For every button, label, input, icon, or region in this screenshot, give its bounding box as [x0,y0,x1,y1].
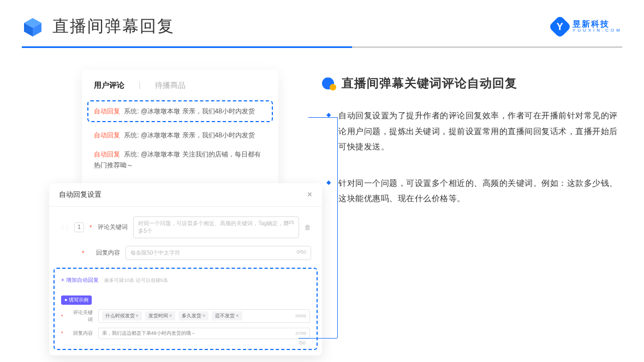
auto-reply-label: 自动回复 [94,131,120,139]
reply-item: 自动回复 系统: @冰墩墩本墩 关注我们的店铺，每日都有热门推荐呦～ [94,149,266,171]
bullet-item: 自动回复设置为了提升作者的评论回复效率，作者可在开播前针对常见的评论用户问题，提… [338,108,622,155]
system-label: 系统: [124,107,139,115]
connector-line [308,117,337,118]
form-row-content: * 回复内容 每条限50个中文字符 0/50 [60,246,311,260]
label-keyword: 评论关键词 [97,223,128,231]
tab-divider: | [139,81,141,90]
trash-icon[interactable]: 🗑 [305,224,311,231]
form-row-keyword: ⋮⋮ 1 * 评论关键词 对同一个问题，可设置多个相近、高频的关键词，Tag确定… [60,216,311,238]
section-title-row: 直播间弹幕关键词评论自动回复 [322,75,622,92]
drag-handle-icon[interactable]: ⋮⋮ [60,224,69,230]
tab-user-comments[interactable]: 用户评论 [94,81,124,90]
section-heading: 直播间弹幕关键词评论自动回复 [342,75,517,92]
cube-icon [22,16,44,38]
label-content: 回复内容 [90,249,120,257]
content-counter: 0/50 [296,249,306,255]
reply-text: @冰墩墩本墩 亲亲，我们48小时内发货 [141,107,255,115]
settings-body: ⋮⋮ 1 * 评论关键词 对同一个问题，可设置多个相近、高频的关键词，Tag确定… [49,207,322,355]
add-auto-reply-link[interactable]: + 增加自动回复 [61,276,99,284]
required-star: * [61,330,63,336]
add-hint: 最多可建10条 还可以创建9条 [104,277,168,283]
example-section: + 增加自动回复 最多可建10条 还可以创建9条 ● 填写示例 * 评论关键词 … [53,268,318,350]
required-star: * [82,250,84,256]
page-header: 直播间弹幕回复 Y 昱新科技 YUUXIN.COM [0,0,644,46]
tag-pill[interactable]: 迟不发货× [212,311,242,321]
tab-pending-goods[interactable]: 待播商品 [155,81,186,90]
tabs: 用户评论 | 待播商品 [94,81,266,90]
right-panel: 直播间弹幕关键词评论自动回复 自动回复设置为了提升作者的评论回复效率，作者可在开… [322,70,622,355]
tag-pill[interactable]: 多久发货× [178,311,208,321]
close-icon[interactable]: × [307,190,312,200]
example-row-keyword: * 评论关键词 什么时候发货× 发货时间× 多久发货× 迟不发货× 20/50 [61,309,310,323]
bullet-item: 针对同一个问题，可设置多个相近的、高频的关键词。例如：这款多少钱、这块能优惠吗、… [338,176,622,207]
bullet-list: 自动回复设置为了提升作者的评论回复效率，作者可在开播前针对常见的评论用户问题，提… [322,108,622,207]
tag-pill[interactable]: 发货时间× [145,311,175,321]
brand-icon: Y [548,15,571,38]
keyword-input[interactable]: 对同一个问题，可设置多个相近、高频的关键词，Tag确定，最多5个 0/5 [133,216,299,238]
system-label: 系统: [124,150,139,158]
left-panel: 用户评论 | 待播商品 自动回复 系统: @冰墩墩本墩 亲亲，我们48小时内发货… [49,70,289,355]
reply-item: 自动回复 系统: @冰墩墩本墩 亲亲，我们48小时内发货 [94,130,266,141]
stray-counter: /50 [299,340,306,346]
content-input[interactable]: 每条限50个中文字符 0/50 [126,246,311,260]
example-content-input[interactable]: 亲，我们这边都是下单48小时内发货的哦～ 37/50 [98,328,310,339]
system-label: 系统: [124,131,139,139]
connector-line [299,338,337,339]
row-number: 1 [74,222,84,232]
example-keyword-input[interactable]: 什么时候发货× 发货时间× 多久发货× 迟不发货× 20/50 [98,309,310,323]
comments-card: 用户评论 | 待播商品 自动回复 系统: @冰墩墩本墩 亲亲，我们48小时内发货… [82,70,278,190]
reply-text: @冰墩墩本墩 亲亲，我们48小时内发货 [141,131,255,139]
settings-header: 自动回复设置 × [49,183,322,207]
settings-title: 自动回复设置 [59,190,102,200]
keyword-counter: 0/5 [287,220,294,225]
ex-label-keyword: 评论关键词 [69,309,93,323]
required-star: * [90,224,92,231]
brand-name-cn: 昱新科技 [573,20,622,29]
connector-line [337,117,338,338]
example-badge: ● 填写示例 [61,295,92,305]
tag-pill[interactable]: 什么时候发货× [102,311,142,321]
ex-content-counter: 37/50 [295,331,306,336]
brand-name-en: YUUXIN.COM [573,28,622,33]
content-area: 用户评论 | 待播商品 自动回复 系统: @冰墩墩本墩 亲亲，我们48小时内发货… [0,48,644,355]
highlighted-reply: 自动回复 系统: @冰墩墩本墩 亲亲，我们48小时内发货 [87,100,273,122]
example-row-content: * 回复内容 亲，我们这边都是下单48小时内发货的哦～ 37/50 [61,328,310,339]
required-star: * [61,313,63,319]
auto-reply-label: 自动回复 [94,150,120,158]
header-left: 直播间弹幕回复 [22,15,175,38]
bubble-icon [322,77,336,89]
ex-label-content: 回复内容 [69,330,93,337]
auto-reply-label: 自动回复 [94,107,120,115]
page-title: 直播间弹幕回复 [52,15,175,38]
settings-card: 自动回复设置 × ⋮⋮ 1 * 评论关键词 对同一个问题，可设置多个相近、高频的… [49,183,322,355]
brand-logo: Y 昱新科技 YUUXIN.COM [552,19,622,35]
ex-keyword-counter: 20/50 [295,313,306,318]
